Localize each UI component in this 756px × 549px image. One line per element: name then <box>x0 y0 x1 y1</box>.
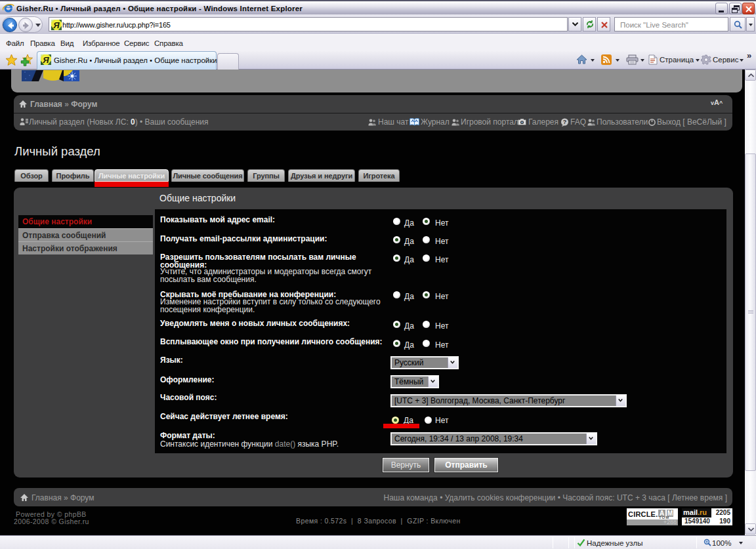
svg-text:Я: Я <box>42 55 49 65</box>
svg-text:?: ? <box>563 119 567 125</box>
svg-text:Я: Я <box>52 20 60 30</box>
